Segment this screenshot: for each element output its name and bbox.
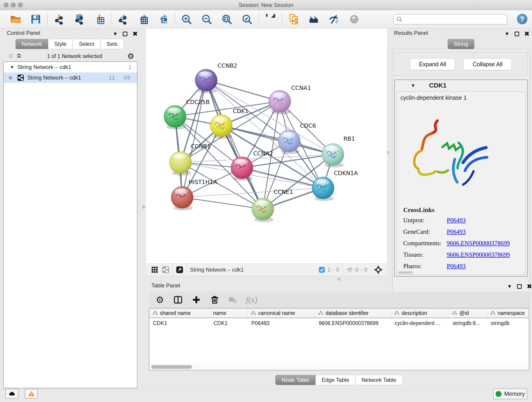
edge-hist1h1a-ccne1[interactable] [182,197,263,209]
column-header-name[interactable]: name [210,308,248,318]
help-button[interactable]: ? [517,14,527,24]
collapse-all-button[interactable]: Collapse All [463,58,512,70]
table-hscroll-thumb[interactable] [151,365,192,369]
birdseye-view-icon[interactable] [176,266,183,274]
hide-panels-button[interactable] [324,12,344,27]
add-column-icon[interactable] [192,295,201,304]
results-hscroll-thumb[interactable] [398,271,413,274]
crosslink-link[interactable]: 9606.ENSP00000378699 [447,240,510,247]
inactive-eye-button[interactable] [344,12,364,27]
column-header-description[interactable]: description [391,308,449,318]
export-network-button[interactable] [113,12,133,27]
node-rb1[interactable]: RB1 [322,135,355,167]
delete-column-icon[interactable] [210,295,219,304]
import-table-file-button[interactable] [89,12,109,27]
node-ccnb2[interactable]: CCNB2 [195,62,237,93]
table-cell[interactable]: P06493 [248,320,315,326]
crosslink-link[interactable]: P06493 [447,217,466,224]
string-network-graph[interactable]: CCNB2CCNA1CDC25BCDK1CDC6RB1CCNB1CCNA2CDK… [146,28,387,263]
tab-network[interactable]: Network [16,39,48,49]
close-panel-icon[interactable]: ✖ [133,31,138,37]
panel-menu-icon[interactable]: ▼ [113,32,118,36]
table-cell[interactable]: 9606.ENSP00000378699 [315,320,391,326]
tab-style[interactable]: Style [48,39,73,49]
close-panel-icon[interactable]: ✖ [524,31,530,37]
panel-menu-icon[interactable]: ▼ [507,284,512,289]
table-hscrollbar[interactable] [150,364,528,370]
node-cdc25b[interactable]: CDC25B [164,99,210,129]
node-ccnb1[interactable]: CCNB1 [170,143,211,176]
selected-checkbox-icon[interactable] [319,267,325,273]
function-builder-icon: f(x) [246,295,258,305]
network-collection-row[interactable]: ▼ String Network – cdk1 1 [4,62,137,72]
tab-select[interactable]: Select [73,39,100,49]
table-row[interactable]: CDK1CDK1P064939606.ENSP00000378699cyclin… [149,318,529,328]
float-panel-icon[interactable] [123,32,127,36]
tab-sets[interactable]: Sets [100,39,124,49]
export-table-button[interactable] [133,12,153,27]
column-header-database-identifier[interactable]: database identifier [315,308,391,318]
gene-header[interactable]: ▼ CDK1 [395,80,527,91]
tab-string[interactable]: String [448,39,475,49]
network-options-gear-icon[interactable]: ⚙ [127,52,134,60]
string-view-icon[interactable] [162,266,169,274]
column-header-canonical-name[interactable]: canonical name [248,308,315,318]
tab-network-table[interactable]: Network Table [355,375,403,385]
import-network-file-button[interactable] [49,12,69,27]
node-ccna1[interactable]: CCNA1 [269,85,311,114]
zoom-in-button[interactable] [177,12,196,27]
close-panel-icon[interactable]: ✖ [527,283,532,290]
node-cdkn1a[interactable]: CDKN1A [312,170,358,201]
network-canvas[interactable]: CCNB2CCNA1CDC25BCDK1CDC6RB1CCNB1CCNA2CDK… [146,28,387,263]
node-ccne1[interactable]: CCNE1 [252,189,293,222]
clone-network-button[interactable] [284,12,304,27]
left-splitter-handle[interactable] [142,206,145,209]
hierarchy-icon [251,311,256,316]
table-cell[interactable]: stringdb:9... [449,320,487,326]
table-cell[interactable]: cyclin-dependent ... [391,320,449,326]
table-options-gear-icon[interactable]: ⚙ [156,295,164,304]
cloud-status-button[interactable] [5,389,18,399]
tab-node-table[interactable]: Node Table [275,375,316,385]
open-file-button[interactable] [6,12,26,27]
search-field[interactable] [402,15,507,24]
collection-expander-icon[interactable]: ▼ [10,65,14,70]
expand-all-icon[interactable] [16,53,22,59]
warnings-button[interactable] [25,389,38,399]
gene-expander-icon[interactable]: ▼ [411,83,415,88]
refresh-button[interactable] [260,12,280,27]
float-panel-icon[interactable] [515,32,519,36]
bottom-splitter-handle[interactable] [337,278,341,281]
zoom-out-button[interactable] [196,12,217,27]
node-hist1h1a[interactable]: HIST1H1A [171,179,217,211]
table-cell[interactable]: stringdb [487,320,529,326]
save-session-button[interactable] [26,12,46,27]
import-network-database-button[interactable] [69,12,89,27]
fit-selected-target-icon[interactable] [374,266,382,274]
memory-button[interactable]: Memory [493,389,527,399]
column-header-shared-name[interactable]: shared name [149,308,210,318]
network-row-selected[interactable]: String Network – cdk1 11 48 [4,72,137,83]
column-header--id[interactable]: @id [449,308,487,318]
show-columns-icon[interactable] [174,295,182,304]
collapse-all-icon[interactable] [8,53,14,59]
column-header-namespace[interactable]: namespace [487,308,529,318]
zoom-fit-button[interactable] [217,12,237,27]
home-button[interactable] [304,12,324,27]
collection-count: 1 [128,64,132,70]
node-ccna2[interactable]: CCNA2 [231,150,273,181]
crosslink-link[interactable]: P06493 [447,263,466,270]
grid-view-icon[interactable] [151,266,158,274]
panel-menu-icon[interactable]: ▼ [505,32,510,36]
crosslink-link[interactable]: P06493 [447,228,466,235]
table-cell[interactable]: CDK1 [149,320,210,326]
zoom-selected-button[interactable] [237,12,257,27]
tab-edge-table[interactable]: Edge Table [316,375,355,385]
float-panel-icon[interactable] [517,284,522,289]
export-image-button[interactable] [153,12,173,27]
expand-all-button[interactable]: Expand All [410,58,455,70]
crosslink-link[interactable]: 9606.ENSP00000378699 [447,251,510,258]
search-input[interactable] [393,14,507,25]
edge-ccnb2-ccne1[interactable] [206,80,263,209]
table-cell[interactable]: CDK1 [210,320,248,326]
